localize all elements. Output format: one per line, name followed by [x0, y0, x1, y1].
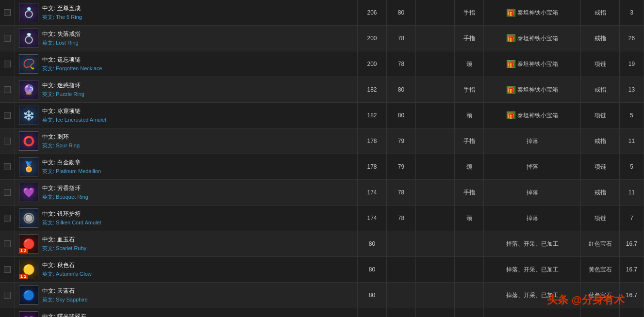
item-slot: 颈: [455, 103, 484, 128]
item-source: 掉落: [484, 154, 581, 180]
item-cell: 💜中文: 芳香指环英文: Bouquet Ring: [15, 180, 358, 206]
chest-icon: 🎁: [507, 9, 515, 16]
item-count: 11: [620, 180, 644, 206]
source-text: 泰坦神铁小宝箱: [517, 86, 558, 94]
item-ilvl: [387, 257, 416, 283]
row-checkbox[interactable]: [4, 266, 11, 273]
row-checkbox[interactable]: [4, 163, 11, 170]
item-en-name: 英文: Sky Sapphire: [42, 296, 88, 303]
item-en-name: 英文: Lost Ring: [42, 39, 81, 47]
row-checkbox[interactable]: [4, 61, 11, 67]
item-empty-col: [416, 283, 455, 308]
source-text: 泰坦神铁小宝箱: [517, 111, 558, 120]
item-empty-col: [416, 103, 455, 128]
item-source: 掉落: [484, 128, 581, 154]
item-cell: ❄️中文: 冰窟项链英文: Ice Encrusted Amulet: [15, 103, 358, 128]
item-empty-col: [416, 180, 455, 206]
item-ilvl: 79: [387, 154, 416, 180]
item-cn-name: 中文: 芳香指环: [42, 184, 88, 192]
item-count: 7: [620, 206, 644, 231]
item-icon: 🔘: [19, 208, 38, 228]
item-cn-name: 中文: 秋色石: [42, 261, 92, 269]
item-ilvl: 78: [387, 206, 416, 231]
item-count: 3: [620, 0, 644, 26]
item-slot: 手指: [455, 128, 484, 154]
item-level: 174: [358, 206, 387, 231]
item-level: 206: [358, 0, 387, 26]
row-checkbox[interactable]: [4, 292, 11, 299]
item-cn-name: 中文: 遗忘项链: [42, 56, 102, 64]
item-slot: 手指: [455, 0, 484, 26]
row-checkbox[interactable]: [4, 240, 11, 247]
item-source: 🎁泰坦神铁小宝箱: [484, 103, 581, 128]
item-cell: 🏅中文: 白金勋章英文: Platinum Medallion: [15, 154, 358, 180]
table-row: 💍中文: 失落戒指英文: Lost Ring20078手指🎁泰坦神铁小宝箱戒指2…: [0, 26, 644, 51]
item-cell: 📿中文: 遗忘项链英文: Forgotten Necklace: [15, 51, 358, 77]
item-type: 蓝色宝石: [581, 283, 620, 308]
chest-icon: 🎁: [507, 111, 515, 119]
item-source: 掉落、开采、已加工: [484, 231, 581, 257]
item-empty-col: [416, 128, 455, 154]
item-level: 174: [358, 180, 387, 206]
item-source: 掉落、开采、已加工: [484, 283, 581, 308]
item-type: 戒指: [581, 128, 620, 154]
item-count: 5: [620, 103, 644, 128]
item-cn-name: 中文: 迷惑指环: [42, 81, 84, 90]
item-en-name: 英文: Platinum Medallion: [42, 168, 101, 175]
item-cell: 🔘中文: 银环护符英文: Silken Cord Amulet: [15, 206, 358, 231]
item-level: 80: [358, 308, 387, 317]
item-en-name: 英文: Spur Ring: [42, 142, 80, 149]
item-ilvl: 80: [387, 0, 416, 26]
item-cn-name: 中文: 至尊五成: [42, 4, 82, 13]
table-row: 💍中文: 至尊五成英文: The 5 Ring20680手指🎁泰坦神铁小宝箱戒指…: [0, 0, 644, 26]
item-cn-name: 中文: 血玉石: [42, 236, 86, 244]
item-ilvl: 80: [387, 103, 416, 128]
item-ilvl: 79: [387, 128, 416, 154]
item-cell: 🔵中文: 天蓝石英文: Sky Sapphire: [15, 283, 358, 308]
item-slot: 颈: [455, 154, 484, 180]
item-icon: ❄️: [19, 106, 38, 125]
item-level: 178: [358, 154, 387, 180]
item-type: 项链: [581, 154, 620, 180]
item-cn-name: 中文: 天蓝石: [42, 287, 88, 295]
item-ilvl: 80: [387, 77, 416, 103]
item-ilvl: 78: [387, 26, 416, 51]
item-type: 戒指: [581, 77, 620, 103]
row-checkbox[interactable]: [4, 35, 11, 42]
item-cn-name: 中文: 银环护符: [42, 210, 101, 218]
item-en-name: 英文: Ice Encrusted Amulet: [42, 116, 106, 124]
item-cn-name: 中文: 刺环: [42, 133, 80, 141]
item-source: 🎁泰坦神铁小宝箱: [484, 51, 581, 77]
item-icon: 💍: [19, 29, 38, 48]
item-icon: 🔮: [19, 80, 38, 99]
item-count: 11: [620, 128, 644, 154]
item-badge: 1 2: [19, 248, 28, 254]
row-checkbox[interactable]: [4, 9, 11, 16]
table-row: 🟡1 2中文: 秋色石英文: Autumn's Glow80掉落、开采、已加工黄…: [0, 257, 644, 283]
item-source: 掉落、开采、已加工: [484, 257, 581, 283]
item-cell: 💍中文: 至尊五成英文: The 5 Ring: [15, 0, 358, 26]
item-empty-col: [416, 308, 455, 317]
item-slot: [455, 308, 484, 317]
table-row: ⭕中文: 刺环英文: Spur Ring17879手指掉落戒指11: [0, 128, 644, 154]
item-ilvl: 78: [387, 180, 416, 206]
item-ilvl: 78: [387, 51, 416, 77]
row-checkbox[interactable]: [4, 138, 11, 144]
item-source: 掉落: [484, 206, 581, 231]
chest-icon: 🎁: [507, 60, 515, 68]
item-icon: 💜: [19, 183, 38, 202]
item-type: 红色宝石: [581, 231, 620, 257]
item-empty-col: [416, 77, 455, 103]
item-cell: 🔴1 2中文: 血玉石英文: Scarlet Ruby: [15, 231, 358, 257]
item-icon: 💍: [19, 3, 38, 22]
row-checkbox[interactable]: [4, 86, 11, 93]
table-row: 💜中文: 曙光翡翠石英文: Twilight Opal80掉落、开采、已加工紫色…: [0, 308, 644, 317]
item-ilvl: [387, 308, 416, 317]
item-slot: 手指: [455, 26, 484, 51]
item-type: 戒指: [581, 180, 620, 206]
table-row: 🔘中文: 银环护符英文: Silken Cord Amulet17478颈掉落项…: [0, 206, 644, 231]
row-checkbox[interactable]: [4, 189, 11, 196]
item-count: 19: [620, 51, 644, 77]
row-checkbox[interactable]: [4, 112, 11, 119]
row-checkbox[interactable]: [4, 215, 11, 222]
